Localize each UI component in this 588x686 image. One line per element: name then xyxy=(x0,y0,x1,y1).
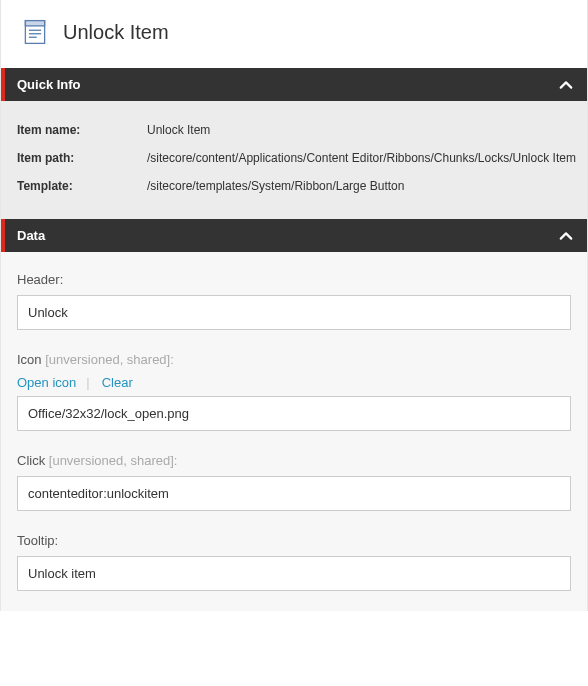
quick-info-header-label: Quick Info xyxy=(17,77,81,92)
quick-info-body: Item name: Unlock Item Item path: /sitec… xyxy=(1,101,587,219)
info-value-template: /sitecore/templates/System/Ribbon/Large … xyxy=(147,179,404,193)
info-label-name: Item name: xyxy=(17,123,147,137)
info-row-template: Template: /sitecore/templates/System/Rib… xyxy=(17,179,571,193)
open-icon-link[interactable]: Open icon xyxy=(17,375,86,390)
chevron-up-icon xyxy=(559,229,573,243)
info-value-name: Unlock Item xyxy=(147,123,210,137)
action-separator: | xyxy=(86,375,91,390)
field-tooltip-label: Tooltip: xyxy=(17,533,571,548)
field-header-input[interactable] xyxy=(17,295,571,330)
page-title: Unlock Item xyxy=(63,21,169,44)
data-header-label: Data xyxy=(17,228,45,243)
field-icon-input[interactable] xyxy=(17,396,571,431)
document-icon xyxy=(21,18,49,46)
info-row-name: Item name: Unlock Item xyxy=(17,123,571,137)
info-row-path: Item path: /sitecore/content/Application… xyxy=(17,151,571,165)
field-icon-hint: [unversioned, shared]: xyxy=(42,352,174,367)
field-header: Header: xyxy=(17,272,571,330)
data-header[interactable]: Data xyxy=(1,219,587,252)
info-label-template: Template: xyxy=(17,179,147,193)
clear-icon-link[interactable]: Clear xyxy=(92,375,133,390)
field-header-label: Header: xyxy=(17,272,571,287)
quick-info-header[interactable]: Quick Info xyxy=(1,68,587,101)
field-icon-actions: Open icon|Clear xyxy=(17,375,571,390)
svg-rect-1 xyxy=(25,21,44,26)
field-click-hint: [unversioned, shared]: xyxy=(45,453,177,468)
field-click-input[interactable] xyxy=(17,476,571,511)
chevron-up-icon xyxy=(559,78,573,92)
title-bar: Unlock Item xyxy=(1,0,587,68)
field-tooltip: Tooltip: xyxy=(17,533,571,591)
field-click-label: Click xyxy=(17,453,45,468)
info-label-path: Item path: xyxy=(17,151,147,165)
field-icon-label: Icon xyxy=(17,352,42,367)
info-value-path: /sitecore/content/Applications/Content E… xyxy=(147,151,576,165)
field-click: Click [unversioned, shared]: xyxy=(17,453,571,511)
field-tooltip-input[interactable] xyxy=(17,556,571,591)
field-icon: Icon [unversioned, shared]: Open icon|Cl… xyxy=(17,352,571,431)
data-body: Header: Icon [unversioned, shared]: Open… xyxy=(1,252,587,611)
